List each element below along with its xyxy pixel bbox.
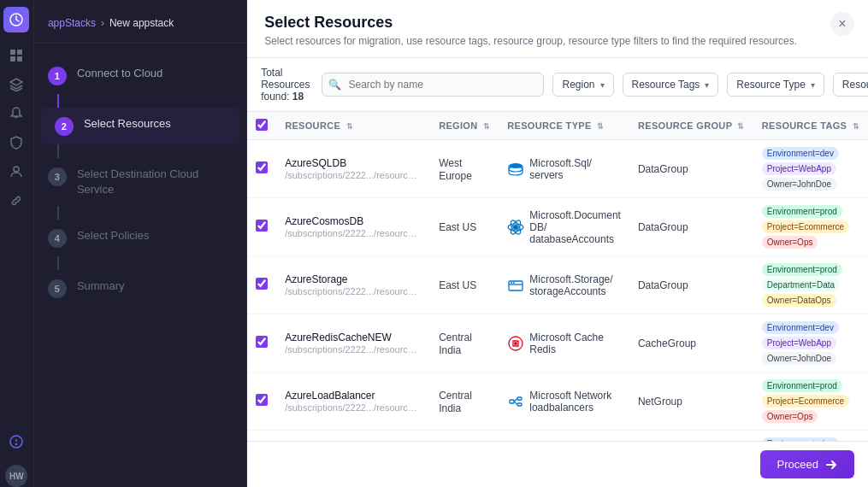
proceed-label: Proceed [777,458,818,471]
row-tags-cell-5: Environment=devProject=WebAppOwner=JohnD… [753,431,868,442]
row-type-cell-4: Microsoft Network loadbalancers [499,373,629,431]
app-logo[interactable] [3,7,29,32]
nav-grid[interactable] [3,43,29,68]
region-value: East US [439,221,476,233]
wizard-step-2-label: Select Resources [84,116,171,132]
resource-tags-filter[interactable]: Resource Tags ▾ [623,73,719,97]
resource-tag: Owner=Ops [762,236,818,249]
row-region-cell-3: Central India [430,314,499,373]
col-resource: Resource ⇅ [276,112,430,140]
resource-group-value: DataGroup [638,163,688,175]
notification-icon[interactable] [3,429,29,455]
nav-layers[interactable] [3,72,29,97]
select-all-checkbox[interactable] [256,119,268,131]
wizard-step-5-num: 5 [48,279,67,298]
search-input[interactable] [322,73,544,97]
resource-tags-sort-icon: ⇅ [853,122,859,131]
wizard-step-4-num: 4 [48,229,67,248]
resource-subscription: /subscriptions/2222.../resourceg... [285,344,422,355]
row-resource-cell-5: AzureRedisCache/subscriptions/2222.../re… [276,431,430,442]
resource-type-sort-icon: ⇅ [597,122,604,131]
wizard-step-1[interactable]: 1 Connect to Cloud [34,57,246,94]
resource-type-filter[interactable]: Resource Type ▾ [727,73,824,97]
resource-tag: Environment=prod [762,379,842,392]
row-checkbox-cell-4 [247,373,276,431]
proceed-arrow-icon [825,459,837,471]
col-resource-type: Resource Type ⇅ [499,112,629,140]
user-avatar[interactable]: HW [5,465,27,487]
footer: Proceed [247,441,868,487]
row-tags-cell-2: Environment=prodDepartment=DataOwner=Dat… [753,256,868,314]
resource-type-content: Microsoft Cache Redis [507,332,621,355]
resource-tags-chevron-icon: ▾ [705,80,709,90]
row-resource-cell-0: AzureSQLDB/subscriptions/2222.../resourc… [276,140,430,198]
resource-name: AzureRedisCacheNEW [285,332,422,343]
wizard-step-3-num: 3 [48,167,67,186]
row-tags-cell-0: Environment=devProject=WebAppOwner=JohnD… [753,140,868,198]
resource-type-icon [507,335,524,352]
resource-type-icon [507,161,524,178]
row-tags-cell-1: Environment=prodProject=EcommerceOwner=O… [753,198,868,256]
proceed-button[interactable]: Proceed [760,450,854,478]
region-filter[interactable]: Region ▾ [552,73,613,97]
wizard-step-5[interactable]: 5 Summary [34,270,246,307]
wizard-step-2[interactable]: 2 Select Resources [41,108,239,144]
resource-type-text: Microsoft.Storage/ storageAccounts [529,273,621,297]
svg-rect-21 [510,400,514,403]
row-region-cell-0: West Europe [430,140,499,198]
row-region-cell-5: West Europe [430,431,499,442]
search-box: 🔍 [322,73,544,97]
svg-point-17 [511,282,512,284]
row-checkbox-1[interactable] [256,220,268,232]
page-title: Select Resources [264,14,851,32]
breadcrumb-app[interactable]: appStacks [48,17,96,29]
resource-subscription: /subscriptions/2222.../resourceg... [285,402,422,413]
svg-point-5 [14,167,19,172]
resource-subscription: /subscriptions/2222.../resourcegroup... [285,286,422,296]
col-resource-group: Resource Group ⇅ [629,112,753,140]
resource-tag: Project=WebApp [762,337,836,349]
resource-type-icon [507,393,524,410]
row-checkbox-0[interactable] [256,161,268,173]
row-checkbox-2[interactable] [256,278,268,290]
row-type-cell-1: Microsoft.Document DB/ databaseAccounts [499,198,629,256]
nav-shield[interactable] [3,130,29,155]
row-resource-cell-3: AzureRedisCacheNEW/subscriptions/2222...… [276,314,430,373]
resource-type-icon [507,219,524,236]
resource-tag: Project=Ecommerce [762,220,849,233]
resource-type-content: Microsoft Network loadbalancers [507,390,621,414]
wizard-step-4[interactable]: 4 Select Policies [34,220,246,256]
wizard-step-1-num: 1 [48,67,67,85]
resources-table: Resource ⇅ Region ⇅ Resource Type ⇅ Reso… [247,112,868,441]
tags-container: Environment=devProject=WebAppOwner=JohnD… [762,321,859,365]
nav-bell[interactable] [3,101,29,126]
connector-4-5 [57,256,59,270]
resource-group-value: CacheGroup [638,337,696,349]
close-button[interactable]: × [830,12,854,36]
breadcrumb: appStacks › New appstack [34,17,246,44]
nav-user[interactable] [3,159,29,185]
resource-subscription: /subscriptions/2222.../resourcegroup... [285,228,422,238]
search-icon: 🔍 [328,79,341,91]
connector-2-3 [57,144,59,158]
resource-group-filter[interactable]: Resource Group ▾ [833,73,868,97]
region-value: West Europe [439,157,472,182]
resource-name: AzureSQLDB [285,157,422,169]
resource-group-value: DataGroup [638,221,688,233]
row-type-cell-3: Microsoft Cache Redis [499,314,629,373]
resource-tag: Owner=DataOps [762,294,836,307]
wizard-step-3[interactable]: 3 Select Destination Cloud Service [34,158,246,206]
resources-table-wrapper: Resource ⇅ Region ⇅ Resource Type ⇅ Reso… [247,112,868,441]
nav-link[interactable] [3,188,29,214]
row-checkbox-cell-2 [247,256,276,314]
wizard-step-1-label: Connect to Cloud [77,66,162,81]
resource-type-text: Microsoft.Document DB/ databaseAccounts [529,209,621,245]
resource-type-icon [507,277,524,294]
row-checkbox-4[interactable] [256,394,268,406]
table-row: AzureRedisCacheNEW/subscriptions/2222...… [247,314,868,373]
table-row: AzureRedisCache/subscriptions/2222.../re… [247,431,868,442]
row-checkbox-3[interactable] [256,336,268,348]
row-type-cell-2: Microsoft.Storage/ storageAccounts [499,256,629,314]
resource-tag: Department=Data [762,279,840,291]
resource-tag: Environment=prod [762,205,842,218]
